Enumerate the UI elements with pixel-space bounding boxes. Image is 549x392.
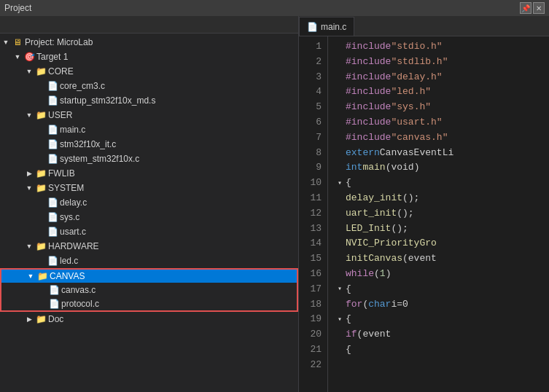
- expand-icon-core[interactable]: ▼: [23, 66, 35, 77]
- line-num-19: 19: [305, 312, 322, 327]
- tree-item-startup[interactable]: 📄startup_stm32f10x_md.s: [0, 93, 298, 108]
- expand-icon-system[interactable]: ▼: [23, 182, 35, 194]
- collapse-icon[interactable]: ▾: [338, 314, 342, 326]
- line-num-12: 12: [305, 206, 322, 222]
- line-num-17: 17: [305, 282, 322, 297]
- collapse-icon[interactable]: ▾: [338, 283, 342, 295]
- tree-item-delay[interactable]: 📄delay.c: [0, 195, 298, 210]
- tree-item-usart[interactable]: 📄usart.c: [0, 224, 298, 239]
- expand-spacer-usart: [35, 226, 47, 238]
- code-line-13: uart_init();: [334, 206, 543, 222]
- gutter-minus-20[interactable]: ▾: [334, 314, 346, 326]
- file-icon-startup: 📄: [47, 95, 58, 106]
- token-10: (void): [386, 160, 420, 176]
- tree-item-fwlib[interactable]: ▶📁FWLIB: [0, 166, 298, 181]
- tab-main-c[interactable]: 📄 main.c: [299, 17, 354, 36]
- token-21: if: [346, 327, 357, 342]
- close-button[interactable]: ✕: [533, 2, 545, 14]
- tree-item-stm32f10x_it[interactable]: 📄stm32f10x_it.c: [0, 137, 298, 152]
- tree-item-user[interactable]: ▼📁USER: [0, 108, 298, 122]
- tree-item-hardware[interactable]: ▼📁HARDWARE: [0, 239, 298, 254]
- code-line-2: #include "stdlib.h": [334, 55, 543, 70]
- expand-icon-target1[interactable]: ▼: [12, 51, 23, 63]
- tree-item-system_stm32[interactable]: 📄system_stm32f10x.c: [0, 152, 298, 166]
- token-19: i=0: [391, 297, 408, 313]
- tree-item-system[interactable]: ▼📁SYSTEM: [0, 181, 298, 195]
- expand-icon-hardware[interactable]: ▼: [23, 240, 35, 252]
- code-editor: 📄 main.c 1234567891011121314151617181920…: [299, 16, 549, 392]
- expand-icon-project-root[interactable]: ▼: [0, 36, 12, 48]
- code-line-20: ▾ {: [334, 312, 543, 327]
- token-19: char: [368, 297, 391, 313]
- token-11: {: [346, 176, 351, 191]
- tree-label-user: USER: [48, 110, 72, 120]
- tree-label-fwlib: FWLIB: [48, 168, 75, 179]
- tree-item-canvas_c[interactable]: 📄canvas.c: [0, 283, 298, 297]
- code-line-7: #include "canvas.h": [334, 130, 543, 146]
- folder-icon-doc: 📁: [35, 313, 47, 325]
- line-num-8: 8: [305, 146, 322, 161]
- line-num-21: 21: [305, 342, 322, 358]
- target-icon: 🎯: [23, 51, 35, 63]
- tree-item-project-root[interactable]: ▼🖥Project: MicroLab: [0, 35, 298, 50]
- project-panel: ▼🖥Project: MicroLab▼🎯Target 1▼📁CORE 📄cor…: [0, 16, 299, 392]
- gutter-minus-11[interactable]: ▾: [334, 178, 346, 189]
- tree-label-core: CORE: [48, 66, 74, 77]
- collapse-icon[interactable]: ▾: [338, 178, 342, 189]
- file-icon-canvas_c: 📄: [48, 285, 60, 295]
- token-18: {: [346, 282, 351, 297]
- tree-label-target1: Target 1: [36, 52, 68, 62]
- expand-icon-doc[interactable]: ▶: [23, 313, 35, 325]
- tree-item-core[interactable]: ▼📁CORE: [0, 64, 298, 79]
- tab-bar: 📄 main.c: [299, 16, 549, 36]
- token-14: ();: [391, 222, 408, 237]
- token-16: initCanvas: [346, 251, 402, 267]
- expand-icon-canvas[interactable]: ▼: [25, 270, 36, 282]
- tree-item-core_cm3[interactable]: 📄core_cm3.c: [0, 79, 298, 93]
- line-num-18: 18: [305, 297, 322, 313]
- line-num-4: 4: [305, 85, 322, 100]
- token-14: LED_Init: [346, 222, 391, 237]
- tree-label-canvas: CANVAS: [50, 271, 85, 281]
- code-lines[interactable]: #include "stdio.h"#include "stdlib.h"#in…: [328, 36, 549, 392]
- code-line-4: #include "led.h": [334, 85, 543, 100]
- expand-spacer-led: [35, 255, 47, 267]
- tree-item-doc[interactable]: ▶📁Doc: [0, 312, 298, 326]
- tree-label-led: led.c: [60, 256, 78, 266]
- token-10: main: [362, 160, 385, 176]
- code-line-10: int main(void): [334, 160, 543, 176]
- token-13: ();: [397, 206, 413, 222]
- project-tree[interactable]: ▼🖥Project: MicroLab▼🎯Target 1▼📁CORE 📄cor…: [0, 34, 298, 392]
- code-line-22: {: [334, 342, 543, 358]
- expand-icon-fwlib[interactable]: ▶: [23, 168, 35, 179]
- tree-label-canvas_c: canvas.c: [61, 285, 96, 295]
- file-tab-icon: 📄: [307, 22, 318, 32]
- tree-label-doc: Doc: [48, 314, 63, 324]
- expand-icon-user[interactable]: ▼: [23, 109, 35, 121]
- token-21: (event: [357, 327, 392, 342]
- gutter-minus-18[interactable]: ▾: [334, 283, 346, 295]
- tree-item-led[interactable]: 📄led.c: [0, 254, 298, 268]
- file-icon-stm32f10x_it: 📄: [47, 139, 58, 149]
- token-5: "sys.h": [391, 100, 431, 115]
- tree-item-main_c[interactable]: 📄main.c: [0, 122, 298, 137]
- token-17: (: [374, 267, 380, 282]
- tree-label-core_cm3: core_cm3.c: [60, 81, 105, 91]
- tree-item-protocol_c[interactable]: 📄protocol.c: [0, 297, 298, 312]
- token-4: #include: [346, 85, 391, 100]
- line-num-13: 13: [305, 222, 322, 237]
- tree-item-canvas[interactable]: ▼📁CANVAS: [0, 268, 298, 283]
- line-num-3: 3: [305, 70, 322, 85]
- title-bar: Project 📌 ✕: [0, 0, 549, 16]
- expand-spacer-canvas_c: [36, 284, 48, 296]
- token-9: CanvasEventLi: [380, 146, 453, 161]
- title-bar-buttons[interactable]: 📌 ✕: [520, 2, 545, 14]
- file-icon-core_cm3: 📄: [47, 81, 58, 91]
- line-num-10: 10: [305, 176, 322, 191]
- pin-button[interactable]: 📌: [520, 2, 532, 14]
- tree-item-sys[interactable]: 📄sys.c: [0, 210, 298, 224]
- line-num-9: 9: [305, 160, 322, 176]
- tree-item-target1[interactable]: ▼🎯Target 1: [0, 50, 298, 64]
- expand-spacer-delay: [35, 197, 47, 208]
- tree-label-delay: delay.c: [60, 197, 87, 208]
